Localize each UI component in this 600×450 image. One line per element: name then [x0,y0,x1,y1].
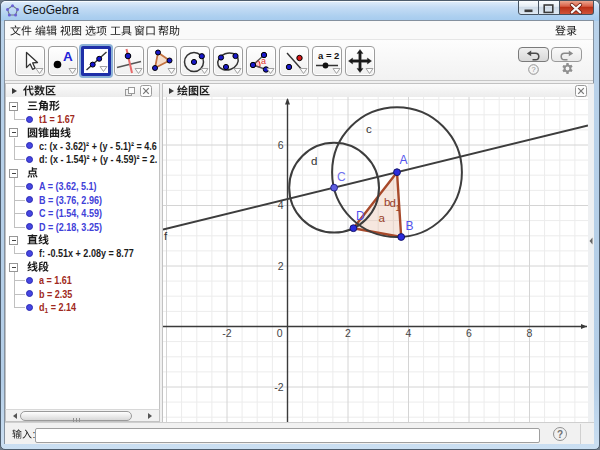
svg-text:4: 4 [406,327,412,339]
svg-text:2: 2 [345,327,351,339]
svg-text:A: A [63,49,73,64]
svg-text:-2: -2 [222,327,231,339]
svg-text:B: B [406,219,414,233]
svg-text:2: 2 [278,260,284,272]
svg-text:d: d [311,155,317,167]
svg-text:a = 2: a = 2 [318,50,339,61]
svg-text:0: 0 [277,327,283,339]
svg-text:a: a [379,212,386,224]
svg-text:c: c [366,123,372,135]
svg-text:6: 6 [278,139,284,151]
svg-text:C: C [337,170,346,184]
svg-text:?: ? [531,65,535,74]
svg-text:1: 1 [396,203,401,213]
svg-text:8: 8 [527,327,533,339]
svg-text:6: 6 [466,327,472,339]
svg-text:A: A [400,153,408,167]
svg-text:D: D [356,209,365,223]
svg-text:-2: -2 [274,381,283,393]
